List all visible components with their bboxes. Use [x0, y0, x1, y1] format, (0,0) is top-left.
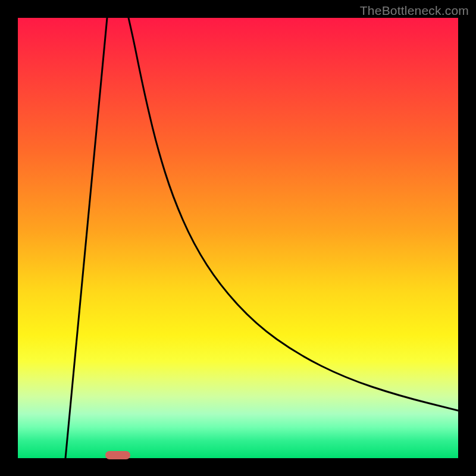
- outer-frame: TheBottleneck.com: [0, 0, 476, 476]
- watermark-text: TheBottleneck.com: [360, 4, 469, 18]
- bottleneck-marker: [105, 451, 130, 459]
- plot-area: [18, 18, 458, 458]
- curve-left-segment: [65, 18, 107, 458]
- bottleneck-curve: [18, 18, 458, 458]
- curve-right-segment: [129, 18, 458, 411]
